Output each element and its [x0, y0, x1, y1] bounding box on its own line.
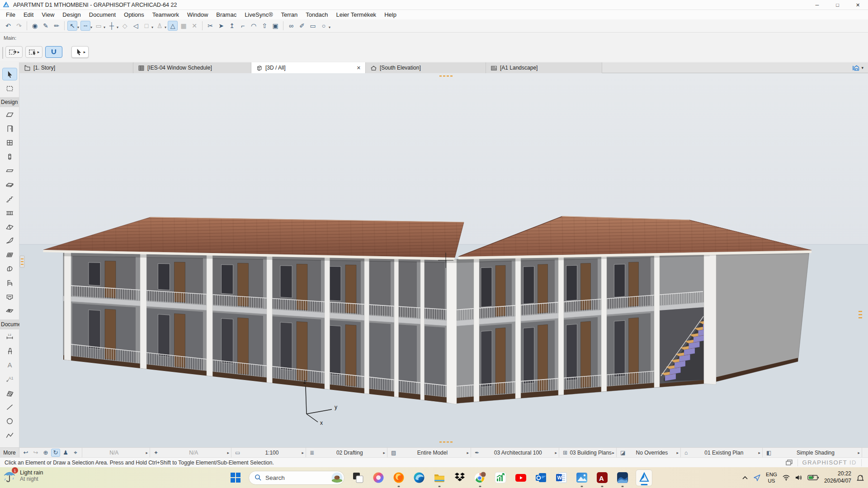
stocks-app-icon[interactable] — [493, 471, 507, 485]
modify-icon[interactable]: ▣ — [270, 21, 280, 31]
clock[interactable]: 20:222026/04/07 — [824, 470, 851, 484]
minimize-button[interactable]: ─ — [807, 0, 827, 10]
undo-icon[interactable]: ↶ — [3, 21, 13, 31]
menu-help[interactable]: Help — [380, 10, 401, 19]
toolbox-column-tool[interactable] — [2, 150, 17, 163]
scale-value[interactable]: ▭1:100▸ — [231, 448, 306, 458]
inject-parameters-icon[interactable]: ✏ — [52, 21, 61, 31]
tab-3d-all[interactable]: [3D / All]✕ — [251, 62, 366, 73]
dropbox-app-icon[interactable] — [453, 471, 467, 485]
toolbox-fill-tool[interactable] — [2, 386, 17, 399]
toolbox-section-design[interactable]: Design — [0, 97, 19, 107]
menu-document[interactable]: Document — [85, 10, 120, 19]
segment-chevron-icon[interactable]: ▸ — [227, 450, 229, 455]
toolbox-wall-tool[interactable] — [2, 108, 17, 121]
copilot-app-icon[interactable] — [371, 471, 385, 485]
tab-a1-landscape[interactable]: [A1 Landscape] — [486, 62, 602, 73]
capsule-icon[interactable]: ▭ — [308, 21, 318, 31]
suspend-groups-icon[interactable]: ♙ — [155, 21, 165, 31]
search-label[interactable]: Search — [265, 474, 328, 481]
segment-chevron-icon[interactable]: ▸ — [146, 450, 148, 455]
snap-grid-icon[interactable]: ┼ — [107, 21, 117, 31]
toolbox-beam-tool[interactable] — [2, 164, 17, 177]
toolbox-curtain-wall-tool[interactable] — [2, 248, 17, 261]
menu-edit[interactable]: Edit — [19, 10, 38, 19]
toolbar-drag-handle[interactable] — [2, 47, 3, 59]
menu-window[interactable]: Window — [183, 10, 212, 19]
guide-lines-icon[interactable]: ╌ — [80, 21, 90, 31]
firefox-app-icon[interactable] — [392, 471, 406, 485]
trim-icon[interactable]: ✂ — [205, 21, 215, 31]
toolbox-morph-tool[interactable] — [2, 262, 17, 275]
menu-leier-term-kek[interactable]: Leier Termékek — [332, 10, 380, 19]
menu-design[interactable]: Design — [58, 10, 85, 19]
weather-widget[interactable]: 1 Light rain At night — [3, 469, 43, 483]
partial-structure[interactable]: ▨Entire Model▸ — [387, 448, 471, 458]
orientation-value[interactable]: ✦N/A▸ — [150, 448, 231, 458]
toolbox-window-tool[interactable] — [2, 136, 17, 149]
segment-chevron-icon[interactable]: ▸ — [758, 450, 760, 455]
toolbox-text-tool[interactable]: A — [2, 358, 17, 371]
dropdown-caret-icon[interactable]: ▾ — [151, 25, 153, 29]
toolbox-dimension-tool[interactable]: 1.2 — [2, 330, 17, 343]
tab-close-icon[interactable]: ✕ — [352, 65, 361, 71]
toolbox-line-tool[interactable] — [2, 400, 17, 413]
dropdown-caret-icon[interactable]: ▾ — [104, 25, 105, 29]
magnet-button[interactable] — [45, 46, 62, 58]
segment-chevron-icon[interactable]: ▸ — [676, 450, 679, 455]
segment-chevron-icon[interactable]: ▸ — [383, 450, 385, 455]
search-highlight-image[interactable] — [331, 472, 343, 483]
dropdown-caret-icon[interactable]: ▾ — [165, 25, 166, 29]
photos-app-icon[interactable] — [575, 471, 589, 485]
align-elements-icon[interactable]: ▦ — [179, 21, 189, 31]
toolbox-slab-tool[interactable] — [2, 178, 17, 191]
menu-livesync-[interactable]: LiveSync® — [241, 10, 277, 19]
layout-book[interactable]: ⊞03 Building Plans▸ — [559, 448, 617, 458]
toolbox-section-docume[interactable]: Docume — [0, 319, 19, 329]
pick-up-parameters-icon[interactable]: ✎ — [41, 21, 51, 31]
find-select-icon[interactable]: ◉ — [30, 21, 40, 31]
toolbox-mesh-tool[interactable] — [2, 304, 17, 317]
tab-1-story[interactable]: [1. Story] — [19, 62, 133, 73]
menu-options[interactable]: Options — [120, 10, 148, 19]
word-app-icon[interactable]: W — [554, 471, 568, 485]
graphisoft-id-label[interactable]: GRAPHISOFT ID — [802, 459, 857, 466]
toolbox-circle-tool[interactable] — [2, 414, 17, 427]
arrow-tool-icon[interactable]: ↖ — [67, 21, 77, 31]
start-button[interactable] — [228, 471, 242, 485]
battery-charging-icon[interactable] — [807, 474, 819, 481]
render-icon[interactable]: ○ — [319, 21, 329, 31]
intersect-icon[interactable]: ⌐ — [238, 21, 248, 31]
arrow-button[interactable]: ▸ — [71, 46, 89, 58]
cascade-windows-icon[interactable] — [786, 460, 793, 466]
toolbox-stair-tool[interactable] — [2, 192, 17, 205]
toolbox-roof-tool[interactable] — [2, 220, 17, 233]
toolbox-marquee-tool[interactable] — [2, 82, 17, 94]
annotate-icon[interactable]: ✐ — [297, 21, 307, 31]
dropdown-caret-icon[interactable]: ▾ — [77, 25, 79, 29]
more-button[interactable]: More — [0, 448, 19, 457]
menu-bramac[interactable]: Bramac — [212, 10, 241, 19]
segment-chevron-icon[interactable]: ▸ — [858, 450, 860, 455]
explorer-app-icon[interactable] — [432, 471, 446, 485]
tab-ies-04-window-schedule[interactable]: [IES-04 Window Schedule] — [133, 62, 251, 73]
tray-chevron-up-icon[interactable] — [742, 475, 748, 480]
gravity-icon[interactable]: ◁ — [131, 21, 141, 31]
maximize-button[interactable]: □ — [827, 0, 848, 10]
element-snap-icon[interactable]: □ — [142, 21, 151, 31]
chrome-app-icon[interactable] — [473, 471, 487, 485]
dropdown-caret-icon[interactable]: ▾ — [117, 25, 118, 29]
toolbox-shell-tool[interactable] — [2, 234, 17, 247]
polygon-edit-icon[interactable]: △ — [168, 21, 178, 31]
menu-view[interactable]: View — [38, 10, 58, 19]
toolbox-zone-tool[interactable] — [2, 290, 17, 303]
zoom-next-icon[interactable]: ↪ — [31, 449, 40, 457]
adjust-icon[interactable]: ↥ — [227, 21, 237, 31]
task-view-app-icon[interactable] — [351, 471, 365, 485]
menu-terran[interactable]: Terran — [277, 10, 302, 19]
menu-file[interactable]: File — [2, 10, 19, 19]
3d-viewport[interactable]: zyx — [19, 73, 868, 447]
zoom-previous-icon[interactable]: ↩ — [21, 449, 30, 457]
tab-navigator-button[interactable]: ▾ — [848, 62, 868, 73]
location-icon[interactable] — [753, 474, 761, 481]
